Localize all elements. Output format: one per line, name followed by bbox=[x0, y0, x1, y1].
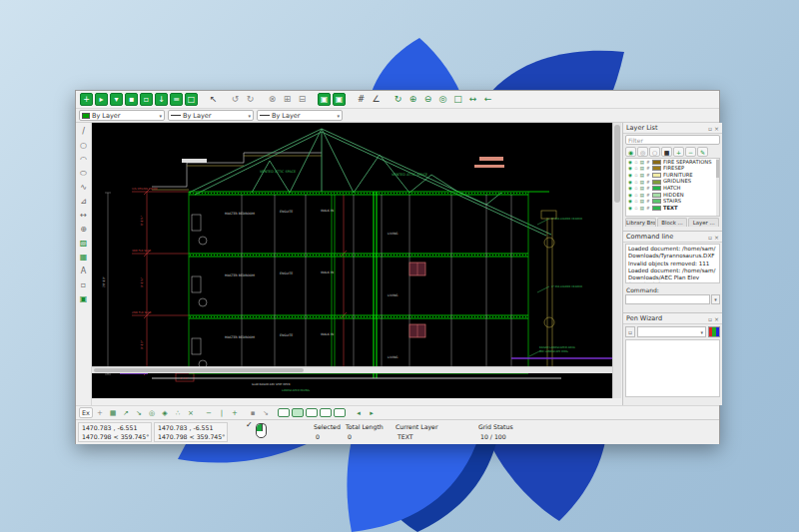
layer-construction-icon[interactable]: # bbox=[645, 186, 651, 191]
snap-center-icon[interactable]: ◎ bbox=[146, 407, 158, 418]
snap-intersection-icon[interactable]: × bbox=[185, 407, 197, 418]
zoom-in-icon[interactable]: ⊕ bbox=[406, 93, 419, 106]
draw-circle-icon[interactable]: ○ bbox=[77, 139, 90, 152]
layer-row[interactable]: ◉▫▤#TEXT bbox=[626, 205, 719, 212]
pen-combo-2[interactable]: By Layer▾ bbox=[168, 110, 254, 121]
paste-icon[interactable]: ⊟ bbox=[296, 93, 309, 106]
dock-left-arrow-icon[interactable]: ◂ bbox=[353, 407, 365, 418]
snap-on-entity-icon[interactable]: ↘ bbox=[133, 407, 145, 418]
freeze-all-button[interactable]: ◎ bbox=[637, 147, 648, 157]
close-icon[interactable]: × bbox=[714, 125, 719, 132]
layer-construction-icon[interactable]: # bbox=[645, 180, 651, 185]
widget-panel-icon-1[interactable]: ▣ bbox=[318, 93, 331, 106]
snap-middle-icon[interactable]: ◈ bbox=[159, 407, 171, 418]
float-icon[interactable]: ▫ bbox=[708, 315, 712, 322]
dock-tab-3[interactable]: Layer ... bbox=[688, 218, 719, 227]
close-icon[interactable]: × bbox=[714, 315, 719, 322]
layer-construction-icon[interactable]: # bbox=[645, 166, 651, 171]
widget-panel-icon-2[interactable]: ▣ bbox=[333, 93, 346, 106]
zoom-window-icon[interactable]: □ bbox=[451, 93, 464, 106]
dimension-icon[interactable]: ↔ bbox=[77, 209, 90, 222]
pen-wizard-list[interactable] bbox=[625, 339, 720, 397]
add-layer-button[interactable]: + bbox=[673, 147, 684, 157]
zoom-auto-icon[interactable]: ◎ bbox=[436, 93, 449, 106]
block-edit-icon[interactable]: ▣ bbox=[77, 292, 90, 305]
command-options-button[interactable]: ▾ bbox=[711, 294, 720, 304]
draw-polyline-icon[interactable]: ⊿ bbox=[77, 195, 90, 208]
restrict-horizontal-icon[interactable]: − bbox=[203, 407, 215, 418]
folder-open-icon[interactable]: ▾ bbox=[110, 93, 123, 106]
cursor-icon[interactable]: ↖ bbox=[207, 93, 220, 106]
set-relative-zero-icon[interactable]: ↘ bbox=[260, 407, 272, 418]
pan-icon[interactable]: ↔ bbox=[466, 93, 479, 106]
exclusive-snap-button[interactable]: Ex bbox=[79, 407, 93, 418]
view-toggle-icon-4[interactable] bbox=[320, 408, 332, 417]
export-icon[interactable]: ↓ bbox=[155, 93, 168, 106]
redo-icon[interactable]: ↻ bbox=[244, 93, 257, 106]
print-icon[interactable]: ≡ bbox=[170, 93, 183, 106]
view-toggle-icon-2[interactable] bbox=[292, 408, 304, 417]
grid-toggle-icon[interactable]: # bbox=[355, 93, 368, 106]
hscroll-thumb[interactable] bbox=[94, 368, 304, 372]
previous-view-icon[interactable]: ← bbox=[481, 93, 494, 106]
canvas-vertical-scrollbar[interactable] bbox=[612, 123, 621, 398]
pen-wizard-combo[interactable]: ▾ bbox=[637, 326, 706, 337]
view-toggle-icon-1[interactable] bbox=[278, 408, 290, 417]
snap-distance-icon[interactable]: ∴ bbox=[172, 407, 184, 418]
draw-ellipse-icon[interactable]: ⬭ bbox=[77, 167, 90, 180]
print-preview-icon[interactable]: □ bbox=[185, 93, 198, 106]
dock-tab-2[interactable]: Block ... bbox=[657, 218, 688, 227]
remove-layer-button[interactable]: − bbox=[685, 147, 696, 157]
command-input[interactable] bbox=[625, 294, 710, 304]
layer-construction-icon[interactable]: # bbox=[645, 193, 651, 198]
view-toggle-icon-5[interactable] bbox=[334, 408, 346, 417]
restrict-vertical-icon[interactable]: | bbox=[216, 407, 228, 418]
draw-arc-icon[interactable]: ◠ bbox=[77, 153, 90, 166]
modify-layer-button[interactable]: ✎ bbox=[697, 147, 708, 157]
dock-right-arrow-icon[interactable]: ▸ bbox=[366, 407, 378, 418]
dock-tab-1[interactable]: Library Bro... bbox=[625, 218, 656, 227]
snap-grid-icon[interactable]: ▦ bbox=[107, 407, 119, 418]
document-save-as-icon[interactable]: ▫ bbox=[140, 93, 153, 106]
layer-color-swatch[interactable] bbox=[652, 173, 661, 178]
defreeze-all-button[interactable]: ◉ bbox=[625, 147, 636, 157]
layer-construction-icon[interactable]: # bbox=[645, 173, 651, 178]
snap-endpoint-icon[interactable]: ↗ bbox=[120, 407, 132, 418]
layer-color-swatch[interactable] bbox=[652, 160, 661, 165]
close-icon[interactable]: × bbox=[714, 234, 719, 241]
drawing-canvas[interactable]: VENTED ATTIC SPACEVENTED ATTIC SPACEMAST… bbox=[92, 123, 612, 398]
insert-block-icon[interactable]: ⊕ bbox=[77, 223, 90, 236]
layer-color-swatch[interactable] bbox=[652, 166, 661, 171]
layer-construction-icon[interactable]: # bbox=[645, 206, 651, 211]
layer-color-swatch[interactable] bbox=[652, 180, 661, 185]
layer-color-swatch[interactable] bbox=[652, 186, 661, 191]
layer-construction-icon[interactable]: # bbox=[645, 160, 651, 165]
draw-text-icon[interactable]: A bbox=[77, 265, 90, 277]
draw-spline-icon[interactable]: ∿ bbox=[77, 181, 90, 194]
vscroll-thumb[interactable] bbox=[614, 125, 620, 203]
float-icon[interactable]: ▫ bbox=[708, 234, 712, 241]
undo-icon[interactable]: ↺ bbox=[229, 93, 242, 106]
isometric-grid-icon[interactable]: ∠ bbox=[370, 93, 383, 106]
copy-icon[interactable]: ⊞ bbox=[281, 93, 294, 106]
image-icon[interactable]: ▦ bbox=[77, 251, 90, 264]
restrict-orthogonal-icon[interactable]: + bbox=[229, 407, 241, 418]
layer-color-swatch[interactable] bbox=[652, 206, 661, 211]
layer-color-swatch[interactable] bbox=[652, 193, 661, 198]
document-open-recent-icon[interactable]: ▸ bbox=[95, 93, 108, 106]
document-save-icon[interactable]: ▪ bbox=[125, 93, 138, 106]
lock-all-button[interactable]: ■ bbox=[661, 147, 672, 157]
redraw-icon[interactable]: ↻ bbox=[392, 93, 404, 106]
lock-relative-zero-icon[interactable]: ▪ bbox=[247, 407, 259, 418]
float-icon[interactable]: ▫ bbox=[708, 125, 712, 132]
layer-list-scrollbar[interactable] bbox=[716, 159, 719, 216]
layer-filter-input[interactable]: Filter bbox=[625, 135, 720, 145]
select-window-icon[interactable]: ▫ bbox=[77, 278, 90, 291]
pen-combo-1[interactable]: By Layer▾ bbox=[79, 110, 165, 121]
cut-icon[interactable]: ⊗ bbox=[266, 93, 279, 106]
unlock-all-button[interactable]: ○ bbox=[649, 147, 660, 157]
pen-combo-3[interactable]: By Layer▾ bbox=[257, 110, 343, 121]
layer-construction-icon[interactable]: # bbox=[645, 199, 651, 204]
snap-free-icon[interactable]: + bbox=[94, 407, 106, 418]
layer-row[interactable]: ◉▫▤#HATCH bbox=[626, 185, 719, 192]
